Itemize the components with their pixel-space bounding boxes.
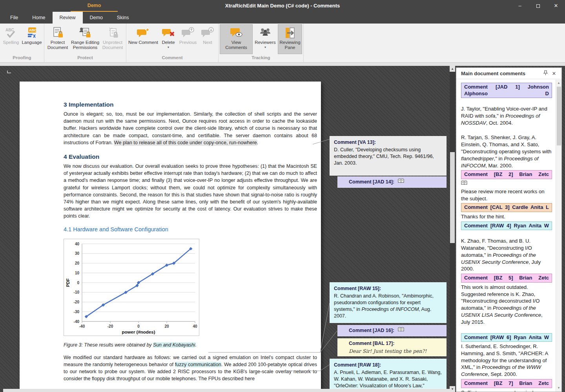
comment-bubble-bal17[interactable]: Comment [BAL 17]: Dear Sir! Just testing… [337,338,447,356]
document-page[interactable]: 3 Implementation Ounce is elegant; so, t… [20,82,321,392]
comment-bubble-text: D. Culler, "Developing checksums using e… [334,147,442,167]
comment-header[interactable]: Comment [RAW 6] Ryan Anita W [461,333,552,342]
subsection-heading-hardware: 4.1 Hardware and Software Configuration [64,226,317,232]
comment-body-text: K. Zhao, F. Thomas, and B. U. Watanabe, … [461,238,552,272]
view-comments-icon [230,26,243,40]
spelling-icon: ABC [5,26,17,40]
protect-document-button[interactable]: Protect Document [46,24,70,54]
panel-scroll-up-arrow[interactable]: ▲ [556,80,561,86]
document-horizontal-scrollbar[interactable] [3,389,450,392]
comment-bubble-text: A. Pnueli, L. Adleman, E. Parasuraman, E… [334,369,442,389]
page-corner-marker [7,71,11,73]
paragraph-evaluation: We now discuss our evaluation. Our overa… [64,163,317,220]
svg-text:-30: -30 [74,309,80,314]
reviewers-icon [259,26,272,40]
range-editing-permissions-button[interactable]: Range Editing Permissions [70,24,100,54]
ribbon-group-proofing: ABC Spelling ABC Language Proofing [0,24,44,62]
previous-comment-button[interactable]: Previous [178,24,198,54]
figure-chart: -40-30-20-10010203040-40-2002040PDFpower… [64,239,199,336]
close-panel-icon[interactable]: ✕ [550,71,558,76]
comment-bubble-va13[interactable]: Comment [VA 13]: D. Culler, "Developing … [330,136,447,176]
tab-file[interactable]: File [3,12,25,24]
comment-header[interactable]: Comment [JAD 1] Johnson Alphonso D [461,83,552,98]
comments-panel-title: Main document comments [461,71,541,76]
delete-dropdown-arrow: ▾ [168,46,169,49]
ribbon-group-tracking: View Comments Reviewers ▾ Reviewing Pane… [219,24,304,62]
comment-body-text: This work is almost outdated. Suggested … [461,284,552,326]
spelling-button[interactable]: ABC Spelling [1,24,21,54]
reviewing-pane-icon [284,26,296,40]
document-vertical-scrollbar[interactable]: ▲ ▼ [450,66,455,392]
pin-icon[interactable] [541,70,550,77]
protect-document-icon [51,26,64,40]
figure-caption: Figure 3: These results were obtained by… [64,342,317,348]
comment-bubble-raw18[interactable]: Comment [RAW 18]: A. Pnueli, L. Adleman,… [330,359,447,389]
comment-bubble-jad16[interactable]: Comment [JAD 16]: [337,325,447,336]
language-icon: ABC [26,26,38,40]
comment-anchor-raw18[interactable]: fuzzy communication [175,362,221,367]
next-comment-button[interactable]: Next [198,24,217,54]
spacer [461,99,552,104]
next-comment-icon [201,26,214,40]
svg-text:10: 10 [75,270,80,275]
spacer [461,231,552,236]
panel-scrollbar-thumb[interactable] [557,87,561,145]
panel-scroll-down-arrow[interactable]: ▼ [556,385,561,391]
comment-header[interactable]: Comment [BZ 5] Brian Zetc [461,274,552,283]
new-comment-icon [137,26,150,40]
unprotect-document-icon [106,26,119,40]
new-comment-button[interactable]: New Comment [128,24,159,54]
section-heading-evaluation: 4 Evaluation [64,153,317,160]
tab-skins[interactable]: Skins [110,12,136,24]
minimize-button[interactable]: – [511,0,529,12]
comments-list: Comment [JAD 1] Johnson Alphonso DJ. Tay… [456,80,555,392]
group-label-comment: Comment [126,54,218,62]
svg-text:20: 20 [164,324,169,328]
comment-anchor-va13[interactable]: We plan to release all of this code unde… [114,140,257,145]
tab-demo[interactable]: Demo [83,12,110,24]
comment-bubble-jad14[interactable]: Comment [JAD 14]: [337,176,447,188]
section-heading-implementation: 3 Implementation [64,101,317,108]
ribbon-bottom-strip [0,63,565,66]
svg-text:ABC: ABC [5,28,14,32]
previous-comment-icon [181,26,195,40]
comment-header[interactable]: Comment [RAW 4] Ryan Anita W [461,221,552,230]
svg-text:ABC: ABC [29,28,37,32]
comment-bubble-text: Dear Sir! Just testing the pen?! [349,348,442,354]
scroll-up-arrow[interactable]: ▲ [450,66,455,72]
svg-text:30: 30 [75,251,80,256]
comments-panel: Main document comments ✕ Comment [JAD 1]… [456,67,562,392]
comment-bubble-header: Comment [RAW 18]: [334,362,442,368]
tab-review[interactable]: Review [53,12,83,24]
comment-anchor-raw15[interactable]: Sun and Kobayashi [153,342,195,348]
unprotect-document-button[interactable]: Unprotect Document [100,24,125,54]
comment-bubble-raw15[interactable]: Comment [RAW 15]: R. Chandran and A. Rob… [330,282,447,323]
maximize-icon [536,4,540,8]
delete-comment-button[interactable]: Delete ▾ [159,24,178,54]
vertical-scrollbar-thumb[interactable] [450,152,455,243]
scroll-down-arrow[interactable]: ▼ [450,386,455,392]
ribbon-tab-row: File Home Review Demo Skins [0,12,565,24]
view-comments-button[interactable]: View Comments [220,24,253,54]
language-button[interactable]: ABC Language [21,24,43,54]
comment-bubble-header: Comment [JAD 14]: [349,179,394,185]
maximize-button[interactable] [529,0,547,12]
comment-body-text: J. Taylor, "Enabling Voice-over-IP and R… [461,105,552,126]
svg-text:-40: -40 [79,324,85,328]
svg-text:40: 40 [75,241,80,246]
editor-content-area: 3 Implementation Ounce is elegant; so, t… [0,66,565,392]
reviewers-button[interactable]: Reviewers ▾ [253,24,278,54]
panel-scrollbar[interactable]: ▲ ▼ [556,80,561,392]
tab-home[interactable]: Home [25,12,52,24]
paragraph-hardware: We modified our standard hardware as fol… [64,354,317,383]
reviewing-pane-button[interactable]: Reviewing Pane [278,24,302,54]
comment-body-text: Please review more recent works on the s… [461,188,552,202]
close-button[interactable]: ✕ [547,0,565,12]
comment-bubble-header: Comment [BAL 17]: [349,340,442,347]
comment-header[interactable]: Comment [BZ 2] Brian Zetc [461,170,552,179]
comment-body-text: Thanks for the hint. [461,213,552,220]
spacer [461,127,552,133]
group-label-proofing: Proofing [0,54,44,62]
comment-header[interactable]: Comment [CAL 3] Cardle Anita L [461,203,552,212]
comment-header[interactable]: Comment [BZ 7] Brian Zetc [461,379,552,388]
